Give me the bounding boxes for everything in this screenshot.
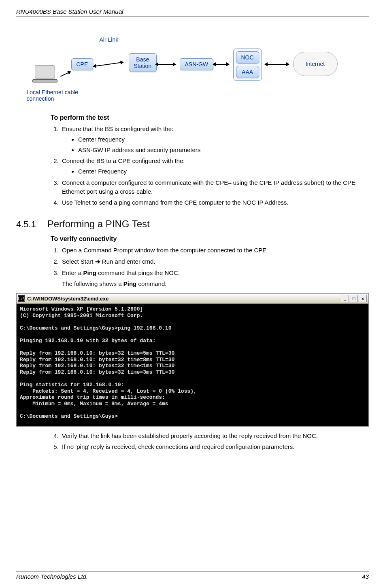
base-station-node: Base Station — [129, 53, 157, 72]
noc-internet-arrow — [265, 64, 289, 65]
verify-step-1: Open a Command Prompt window from the co… — [60, 246, 361, 255]
perform-test-steps: Ensure that the BS is configured with th… — [60, 125, 361, 207]
noc-node: NOC — [236, 51, 259, 63]
air-link-label: Air Link — [100, 36, 119, 43]
perform-step-1-bullet-1: Center frequency — [78, 135, 361, 144]
arrow-right-icon: ➔ — [95, 258, 100, 265]
verify-step-4: Verify that the link has been establishe… — [60, 431, 361, 440]
close-button[interactable]: x — [359, 295, 367, 302]
internet-cloud: Internet — [293, 52, 338, 76]
network-diagram: Local Ethernet cable connection Air Link… — [23, 33, 363, 106]
perform-step-1: Ensure that the BS is configured with th… — [60, 125, 361, 154]
cmd-icon: C:\ — [18, 295, 25, 302]
page-header: RNU4000BS Base Station User Manual — [16, 8, 369, 17]
verify-step-5: If no 'ping' reply is received, check co… — [60, 442, 361, 451]
cmd-titlebar: C:\ C:\WINDOWS\system32\cmd.exe _ □ x — [17, 294, 368, 304]
section-title: Performing a PING Test — [47, 218, 150, 229]
minimize-button[interactable]: _ — [341, 295, 349, 302]
air-link-arrow — [93, 62, 123, 67]
verify-heading: To verify connectivity — [51, 235, 361, 243]
laptop-cpe-arrow — [60, 71, 70, 77]
perform-step-3: Connect a computer configured to communi… — [60, 178, 361, 196]
perform-step-2: Connect the BS to a CPE configured with … — [60, 157, 361, 176]
footer-left: Runcom Technologies Ltd. — [16, 573, 88, 580]
asn-gw-node: ASN-GW — [180, 58, 214, 70]
cpe-node: CPE — [71, 58, 94, 70]
verify-step-2: Select Start ➔ Run and enter cmd. — [60, 257, 361, 266]
maximize-button[interactable]: □ — [350, 295, 358, 302]
bs-asngw-arrow — [155, 64, 176, 65]
verify-steps-cont: Verify that the link has been establishe… — [60, 431, 361, 452]
page-footer: Runcom Technologies Ltd. 43 — [16, 571, 369, 580]
verify-steps: Open a Command Prompt window from the co… — [60, 246, 361, 288]
verify-step-3: Enter a Ping command that pings the NOC.… — [60, 269, 361, 289]
perform-step-2-bullet-1: Center Frequency — [78, 167, 361, 176]
cmd-title-text: C:\WINDOWS\system32\cmd.exe — [27, 296, 109, 302]
perform-test-heading: To perform the test — [51, 114, 361, 121]
laptop-icon — [31, 66, 59, 86]
aaa-node: AAA — [236, 66, 259, 78]
perform-step-4: Use Telnet to send a ping command from t… — [60, 198, 361, 207]
footer-page-number: 43 — [362, 573, 369, 580]
header-left: RNU4000BS Base Station User Manual — [16, 8, 123, 15]
local-ethernet-label: Local Ethernet cable connection — [27, 89, 79, 102]
cmd-output[interactable]: Microsoft Windows XP [Version 5.1.2600] … — [17, 304, 368, 426]
section-heading: 4.5.1 Performing a PING Test — [16, 218, 369, 230]
perform-step-1-bullet-2: ASN-GW IP address and security parameter… — [78, 146, 361, 154]
noc-aaa-group: NOC AAA — [233, 49, 262, 81]
command-prompt-window: C:\ C:\WINDOWS\system32\cmd.exe _ □ x Mi… — [16, 293, 369, 427]
section-number: 4.5.1 — [16, 219, 45, 230]
asngw-noc-arrow — [213, 64, 229, 65]
